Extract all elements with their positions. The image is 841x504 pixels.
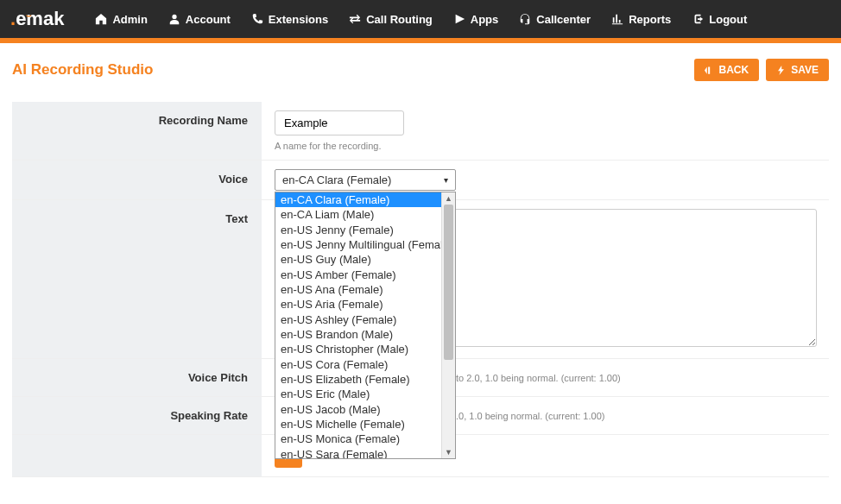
nav-account[interactable]: Account xyxy=(160,8,239,31)
nav-extensions[interactable]: Extensions xyxy=(243,8,337,31)
brand-logo: .emak ⌣ xyxy=(10,8,69,30)
signout-icon xyxy=(692,13,704,25)
speaking-rate-help: .0, 1.0 being normal. (current: 1.00) xyxy=(456,411,817,421)
recording-name-label: Recording Name xyxy=(12,102,262,160)
voice-option[interactable]: en-US Guy (Male) xyxy=(275,252,441,267)
voice-option[interactable]: en-US Michelle (Female) xyxy=(275,417,441,432)
voice-pitch-label: Voice Pitch xyxy=(12,359,262,396)
voice-option[interactable]: en-US Sara (Female) xyxy=(275,447,441,458)
play-icon xyxy=(453,13,465,25)
chevron-down-icon: ▾ xyxy=(444,175,448,185)
home-icon xyxy=(95,13,107,25)
voice-option[interactable]: en-US Jenny Multilingual (Female) xyxy=(275,237,441,252)
user-icon xyxy=(168,13,180,25)
nav-items: AdminAccountExtensionsCall RoutingAppsCa… xyxy=(86,8,756,31)
exchange-icon xyxy=(349,13,361,25)
voice-dropdown-list[interactable]: en-CA Clara (Female)en-CA Liam (Male)en-… xyxy=(275,192,441,458)
voice-selected-value: en-CA Clara (Female) xyxy=(282,173,391,186)
nav-callrouting[interactable]: Call Routing xyxy=(340,8,441,31)
recording-name-input[interactable] xyxy=(275,110,404,135)
nav-logout[interactable]: Logout xyxy=(683,8,756,31)
chart-icon xyxy=(611,13,623,25)
page-title: AI Recording Studio xyxy=(12,61,153,79)
page-header: AI Recording Studio BACK SAVE xyxy=(12,59,829,81)
nav-admin[interactable]: Admin xyxy=(86,8,155,31)
nav-apps[interactable]: Apps xyxy=(445,8,508,31)
voice-option[interactable]: en-US Aria (Female) xyxy=(275,297,441,312)
voice-option[interactable]: en-US Elizabeth (Female) xyxy=(275,372,441,387)
scroll-thumb[interactable] xyxy=(444,205,453,360)
voice-label: Voice xyxy=(12,161,262,199)
headset-icon xyxy=(519,13,531,25)
scroll-up-icon[interactable]: ▲ xyxy=(442,192,455,205)
voice-scrollbar[interactable]: ▲ ▼ xyxy=(441,192,455,458)
speaking-rate-label: Speaking Rate xyxy=(12,397,262,434)
phone-icon xyxy=(251,13,263,25)
voice-option[interactable]: en-US Amber (Female) xyxy=(275,268,441,282)
voice-select[interactable]: en-CA Clara (Female) ▾ xyxy=(275,169,456,191)
bolt-icon xyxy=(776,66,786,75)
voice-option[interactable]: en-US Ashley (Female) xyxy=(275,312,441,327)
voice-option[interactable]: en-US Jenny (Female) xyxy=(275,223,441,237)
text-label: Text xyxy=(12,200,262,358)
voice-option[interactable]: en-US Brandon (Male) xyxy=(275,327,441,342)
top-navbar: .emak ⌣ AdminAccountExtensionsCall Routi… xyxy=(0,0,841,38)
back-button[interactable]: BACK xyxy=(694,59,760,81)
voice-option[interactable]: en-CA Liam (Male) xyxy=(275,207,441,222)
voice-option[interactable]: en-US Monica (Female) xyxy=(275,432,441,446)
voice-pitch-help: to 2.0, 1.0 being normal. (current: 1.00… xyxy=(456,373,817,383)
nav-callcenter[interactable]: Callcenter xyxy=(510,8,599,31)
voice-option[interactable]: en-US Eric (Male) xyxy=(275,387,441,401)
scroll-down-icon[interactable]: ▼ xyxy=(442,446,455,458)
play-row-label xyxy=(12,435,262,476)
voice-dropdown: en-CA Clara (Female)en-CA Liam (Male)en-… xyxy=(275,192,456,459)
voice-option[interactable]: en-US Jacob (Male) xyxy=(275,402,441,417)
recording-name-help: A name for the recording. xyxy=(275,141,817,151)
save-button[interactable]: SAVE xyxy=(766,59,829,81)
nav-reports[interactable]: Reports xyxy=(603,8,680,31)
voice-option[interactable]: en-US Cora (Female) xyxy=(275,357,441,372)
voice-option[interactable]: en-US Christopher (Male) xyxy=(275,342,441,356)
voice-option[interactable]: en-CA Clara (Female) xyxy=(275,192,441,207)
back-icon xyxy=(705,66,714,75)
voice-option[interactable]: en-US Ana (Female) xyxy=(275,282,441,297)
